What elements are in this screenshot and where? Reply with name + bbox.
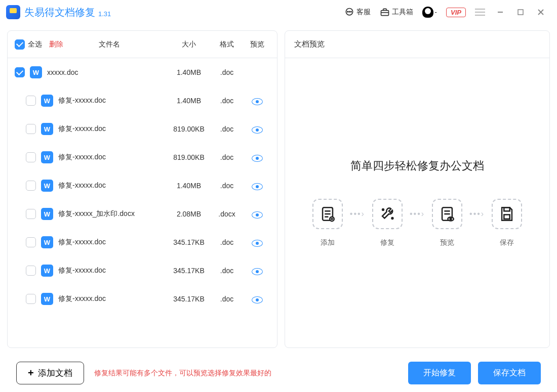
file-row[interactable]: Wxxxxx.doc1.40MB.doc [8,58,277,86]
toolbox-button[interactable]: 工具箱 [380,7,413,17]
file-row[interactable]: W修复-xxxxx.doc345.17KB.doc [8,256,277,285]
footer: + 添加文档 修复结果可能有多个文件，可以预览选择修复效果最好的 开始修复 保存… [0,354,557,392]
file-preview-cell [245,267,270,275]
col-format: 格式 [209,40,245,49]
file-checkbox[interactable] [26,266,36,276]
close-button[interactable] [531,2,551,22]
preview-eye-icon[interactable] [252,126,263,134]
file-row[interactable]: W修复-xxxxx_加水印.docx2.08MB.docx [8,200,277,228]
svg-rect-24 [504,214,510,219]
file-row[interactable]: W修复-xxxxx.doc819.00KB.doc [8,143,277,171]
file-name: 修复-xxxxx.doc [58,153,169,162]
preview-doc-icon [439,205,456,223]
qq-button[interactable]: - [422,7,437,18]
file-name: 修复-xxxxx.doc [58,96,169,105]
menu-button[interactable] [475,9,485,16]
file-row[interactable]: W修复-xxxxx.doc1.40MB.doc [8,86,277,115]
preview-title: 简单四步轻松修复办公文档 [350,158,484,173]
file-format: .docx [209,210,245,218]
file-checkbox[interactable] [26,152,36,162]
file-preview-cell [245,238,270,247]
start-repair-button[interactable]: 开始修复 [408,362,471,384]
save-icon [498,205,515,223]
file-checkbox[interactable] [15,67,25,77]
file-row[interactable]: W修复-xxxxx.doc1.40MB.doc [8,171,277,200]
file-checkbox[interactable] [26,294,36,304]
vip-badge[interactable]: VIP [446,8,466,17]
word-file-icon: W [30,66,42,78]
file-name: xxxxx.doc [47,68,169,76]
file-list-panel: 全选 删除 文件名 大小 格式 预览 Wxxxxx.doc1.40MB.docW… [7,30,277,348]
file-checkbox[interactable] [26,181,36,191]
word-file-icon: W [41,208,53,220]
minimize-button[interactable] [490,2,510,22]
add-doc-icon [319,205,336,223]
svg-point-2 [349,11,350,12]
file-checkbox[interactable] [26,237,36,247]
arrow-icon: •••› [469,209,485,219]
file-size: 1.40MB [169,68,209,76]
step-repair: 修复 [372,199,403,247]
customer-service-button[interactable]: 客服 [344,7,371,17]
plus-icon: + [28,367,34,379]
preview-eye-icon[interactable] [252,183,263,190]
file-preview-cell [245,210,270,219]
file-size: 1.40MB [169,97,209,105]
preview-eye-icon[interactable] [252,155,263,162]
word-file-icon: W [41,95,53,107]
file-format: .doc [209,68,245,76]
preview-eye-icon[interactable] [252,98,263,105]
preview-eye-icon[interactable] [252,296,263,303]
select-all-checkbox[interactable] [15,39,25,50]
word-file-icon: W [41,123,53,135]
select-all-label: 全选 [28,40,42,49]
file-row[interactable]: W修复-xxxxx.doc345.17KB.doc [8,228,277,256]
file-preview-cell [245,125,270,134]
svg-point-16 [382,209,384,210]
file-row[interactable]: W修复-xxxxx.doc345.17KB.doc [8,285,277,313]
maximize-button[interactable] [510,2,531,22]
file-size: 819.00KB [169,153,209,161]
steps-row: 添加 •••› 修复 •••› 预览 •••› 保存 [312,199,522,247]
arrow-icon: •••› [410,209,425,219]
file-format: .doc [209,238,245,246]
file-name: 修复-xxxxx.doc [58,181,169,190]
delete-link[interactable]: 删除 [49,40,63,49]
file-format: .doc [209,125,245,133]
save-document-button[interactable]: 保存文档 [478,362,541,384]
file-name: 修复-xxxxx.doc [58,266,169,275]
preview-eye-icon[interactable] [252,211,263,219]
file-checkbox[interactable] [26,96,36,106]
file-size: 1.40MB [169,182,209,190]
preview-eye-icon[interactable] [252,240,263,247]
file-format: .doc [209,182,245,190]
step-add: 添加 [312,199,343,247]
file-name: 修复-xxxxx.doc [58,124,169,134]
file-preview-cell [245,295,270,303]
file-list: Wxxxxx.doc1.40MB.docW修复-xxxxx.doc1.40MB.… [8,58,277,347]
file-name: 修复-xxxxx.doc [58,238,169,247]
file-checkbox[interactable] [26,124,36,134]
svg-point-1 [347,11,348,12]
add-document-button[interactable]: + 添加文档 [16,362,84,384]
file-preview-cell [245,97,270,105]
preview-eye-icon[interactable] [252,268,263,275]
file-checkbox[interactable] [26,209,36,219]
file-format: .doc [209,295,245,303]
file-row[interactable]: W修复-xxxxx.doc819.00KB.doc [8,115,277,143]
word-file-icon: W [41,236,53,248]
svg-point-22 [450,219,452,220]
svg-point-17 [391,217,393,219]
file-format: .doc [209,97,245,105]
word-file-icon: W [41,151,53,163]
word-file-icon: W [41,265,53,277]
col-preview: 预览 [245,40,270,49]
file-size: 345.17KB [169,267,209,275]
app-version: 1.31 [98,10,111,18]
preview-header: 文档预览 [285,31,549,58]
repair-icon [379,205,396,223]
file-size: 2.08MB [169,210,209,218]
svg-rect-23 [504,207,510,211]
file-name: 修复-xxxxx.doc [58,294,169,303]
word-file-icon: W [41,293,53,305]
